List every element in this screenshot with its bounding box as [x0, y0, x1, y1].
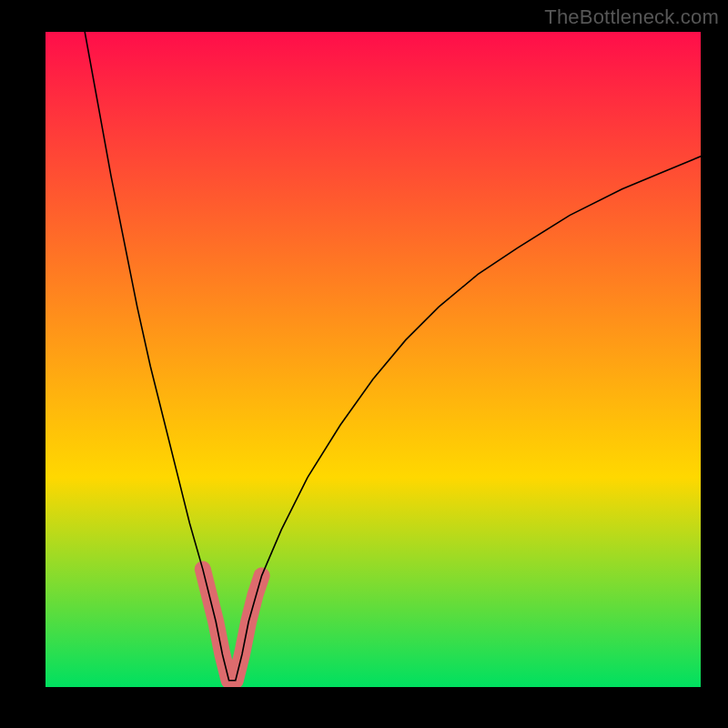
gradient-field	[46, 32, 701, 687]
watermark: TheBottleneck.com	[544, 5, 719, 29]
chart-svg	[46, 32, 701, 687]
chart-stage: TheBottleneck.com	[0, 0, 728, 728]
